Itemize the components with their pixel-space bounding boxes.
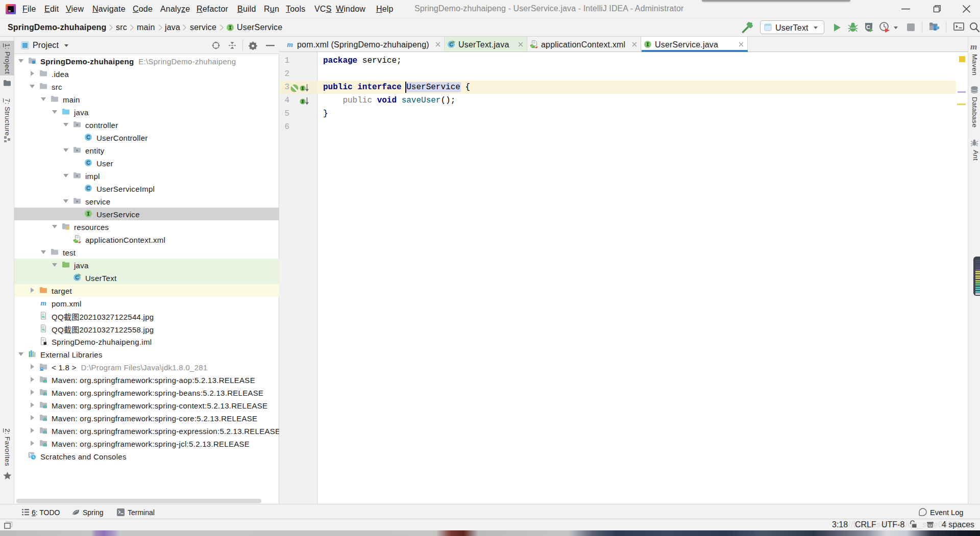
svg-text:C: C xyxy=(86,134,90,140)
svg-text:m: m xyxy=(287,40,293,48)
svg-text:C: C xyxy=(86,160,90,166)
svg-text:C: C xyxy=(866,24,870,30)
svg-text:C: C xyxy=(86,185,90,191)
svg-text:m: m xyxy=(40,299,46,307)
